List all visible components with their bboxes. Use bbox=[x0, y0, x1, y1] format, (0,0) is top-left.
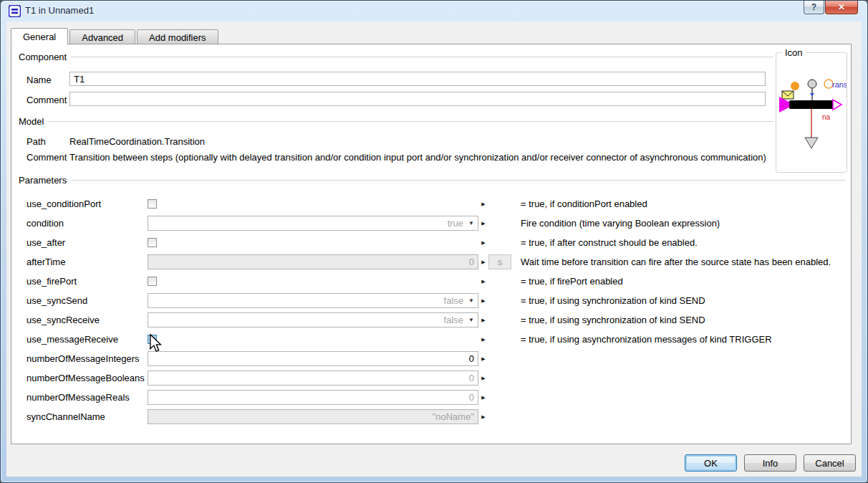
modifier-arrow-icon[interactable]: ▶ bbox=[478, 414, 488, 420]
modifier-arrow-icon[interactable]: ▶ bbox=[478, 201, 488, 207]
tab-bar: GeneralAdvancedAdd modifiers bbox=[11, 28, 220, 44]
param-label: numberOfMessageReals bbox=[26, 392, 148, 403]
modifier-arrow-icon[interactable]: ▶ bbox=[478, 279, 488, 284]
modifier-arrow-icon[interactable]: ▶ bbox=[478, 356, 488, 362]
param-description: Fire condition (time varying Boolean exp… bbox=[520, 218, 847, 229]
param-field[interactable]: 0 bbox=[148, 370, 478, 386]
tab-advanced[interactable]: Advanced bbox=[69, 29, 135, 44]
group-label-model: Model bbox=[19, 116, 44, 127]
dialog-client: GeneralAdvancedAdd modifiers Component N… bbox=[6, 21, 862, 477]
close-button[interactable]: ✕ bbox=[825, 1, 858, 14]
param-description: = true, if conditionPort enabled bbox=[520, 199, 847, 209]
modifier-arrow-icon[interactable]: ▶ bbox=[478, 259, 488, 265]
chevron-down-icon: ▼ bbox=[467, 220, 478, 226]
icon-group-label: Icon bbox=[782, 47, 806, 58]
model-comment-label: Comment bbox=[26, 152, 67, 163]
name-label: Name bbox=[26, 75, 52, 85]
comment-label: Comment bbox=[26, 95, 67, 105]
gray-port-icon bbox=[808, 80, 816, 88]
param-label: afterTime bbox=[26, 257, 148, 267]
icon-preview-group: Icon rans bbox=[776, 52, 847, 173]
name-input[interactable] bbox=[69, 72, 766, 86]
param-description: = true, if using synchronization of kind… bbox=[520, 315, 847, 325]
param-combo[interactable]: true▼ bbox=[148, 216, 478, 231]
icon-red-label: na bbox=[822, 113, 831, 121]
modifier-arrow-icon[interactable]: ▶ bbox=[478, 221, 488, 226]
modifier-arrow-icon[interactable]: ▶ bbox=[478, 395, 488, 401]
param-row-afterTime: afterTime0▶sWait time before transition … bbox=[26, 252, 847, 272]
cancel-button[interactable]: Cancel bbox=[804, 454, 856, 472]
param-description: = true, if firePort enabled bbox=[520, 276, 847, 287]
param-label: syncChannelName bbox=[26, 411, 148, 422]
tab-add-modifiers[interactable]: Add modifiers bbox=[137, 29, 218, 44]
unit-field: s bbox=[488, 254, 511, 269]
param-field[interactable]: 0 bbox=[148, 254, 478, 269]
param-row-use_after: use_after▶= true, if after construct sho… bbox=[26, 233, 847, 252]
param-row-condition: conditiontrue▼▶Fire condition (time vary… bbox=[26, 214, 847, 233]
group-label-component: Component bbox=[19, 52, 67, 62]
group-component: Component bbox=[19, 52, 773, 62]
param-combo[interactable]: false▼ bbox=[148, 293, 478, 308]
modifier-arrow-icon[interactable]: ▶ bbox=[478, 337, 488, 343]
field-value: 0 bbox=[469, 257, 478, 267]
param-combo[interactable]: false▼ bbox=[148, 312, 478, 327]
param-field[interactable]: 0 bbox=[148, 351, 478, 366]
comment-input[interactable] bbox=[69, 92, 766, 106]
param-label: use_messageReceive bbox=[26, 334, 148, 345]
window-controls: ? ✕ bbox=[804, 1, 858, 14]
transition-bar-icon bbox=[789, 100, 834, 109]
ok-button[interactable]: OK bbox=[685, 454, 737, 472]
transition-icon: rans na bbox=[776, 53, 847, 172]
param-row-use_syncReceive: use_syncReceivefalse▼▶= true, if using s… bbox=[26, 310, 847, 330]
combo-value: true bbox=[448, 218, 467, 229]
icon-blue-label: rans bbox=[832, 80, 847, 89]
param-description: Wait time before transition can fire aft… bbox=[520, 257, 847, 267]
help-button[interactable]: ? bbox=[804, 1, 824, 14]
param-field[interactable]: 0 bbox=[148, 390, 478, 405]
dialog-window: T1 in Unnamed1 ? ✕ GeneralAdvancedAdd mo… bbox=[0, 0, 868, 483]
orange-dot-icon bbox=[791, 82, 799, 90]
field-value: 0 bbox=[469, 392, 478, 403]
dialog-buttons: OKInfoCancel bbox=[685, 454, 856, 472]
tab-general[interactable]: General bbox=[11, 28, 68, 45]
param-checkbox[interactable] bbox=[148, 199, 157, 209]
modifier-arrow-icon[interactable]: ▶ bbox=[478, 240, 488, 246]
param-row-use_syncSend: use_syncSendfalse▼▶= true, if using sync… bbox=[26, 291, 847, 310]
field-value: 0 bbox=[469, 353, 478, 364]
window-title: T1 in Unnamed1 bbox=[25, 1, 94, 21]
modifier-arrow-icon[interactable]: ▶ bbox=[478, 376, 488, 381]
param-row-use_firePort: use_firePort▶= true, if firePort enabled bbox=[26, 272, 847, 291]
tab-page-general: Component Name Comment Model Path RealTi… bbox=[11, 44, 852, 444]
param-row-use_conditionPort: use_conditionPort▶= true, if conditionPo… bbox=[26, 194, 847, 214]
mouse-cursor bbox=[149, 334, 163, 353]
parameters-rows: use_conditionPort▶= true, if conditionPo… bbox=[26, 194, 847, 426]
open-magenta-triangle-icon bbox=[833, 100, 842, 110]
info-button[interactable]: Info bbox=[744, 454, 796, 472]
param-checkbox[interactable] bbox=[148, 238, 157, 247]
param-label: use_firePort bbox=[26, 276, 148, 287]
param-row-syncChannelName: syncChannelName"noName"▶ bbox=[26, 407, 847, 426]
group-model: Model bbox=[19, 116, 773, 126]
param-field[interactable]: "noName" bbox=[148, 409, 478, 424]
param-row-numberOfMessageBooleans: numberOfMessageBooleans0▶ bbox=[26, 368, 847, 388]
group-label-parameters: Parameters bbox=[19, 175, 67, 186]
param-description: = true, if after construct should be ena… bbox=[520, 237, 847, 248]
chevron-down-icon: ▼ bbox=[467, 297, 478, 304]
combo-value: false bbox=[444, 315, 467, 325]
component-icon bbox=[9, 5, 21, 17]
param-label: numberOfMessageIntegers bbox=[26, 353, 148, 364]
param-label: use_after bbox=[26, 237, 148, 248]
param-label: use_syncReceive bbox=[26, 315, 148, 325]
close-icon: ✕ bbox=[838, 2, 845, 12]
modifier-arrow-icon[interactable]: ▶ bbox=[478, 298, 488, 304]
modifier-arrow-icon[interactable]: ▶ bbox=[478, 317, 488, 323]
combo-value: false bbox=[444, 295, 467, 306]
help-icon: ? bbox=[811, 2, 816, 12]
model-comment-value: Transition between steps (optionally wit… bbox=[69, 152, 766, 163]
param-label: use_syncSend bbox=[26, 295, 148, 306]
param-label: use_conditionPort bbox=[26, 199, 148, 209]
param-label: condition bbox=[26, 218, 148, 229]
param-checkbox[interactable] bbox=[148, 277, 157, 286]
field-value: 0 bbox=[469, 373, 478, 383]
titlebar[interactable]: T1 in Unnamed1 ? ✕ bbox=[1, 1, 867, 21]
